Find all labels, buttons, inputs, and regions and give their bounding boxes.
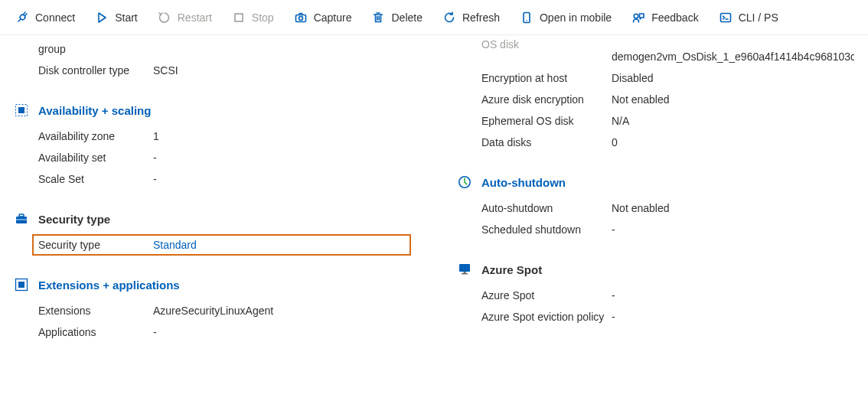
security-type-value-link[interactable]: Standard (153, 239, 405, 251)
svg-rect-15 (18, 282, 24, 288)
camera-icon (294, 11, 308, 24)
applications-label: Applications (38, 326, 153, 338)
os-disk-label-truncated: OS disk (481, 38, 612, 51)
section-header: Auto-shutdown (457, 174, 854, 190)
kv-row: demogen2vm_OsDisk_1_e960a4f1414b4c968103… (481, 51, 854, 67)
svg-rect-12 (19, 214, 24, 217)
svg-point-6 (526, 20, 527, 21)
section-auto-shutdown: Auto-shutdown Auto-shutdown Not enabled … (457, 174, 854, 240)
label: Stop (252, 10, 274, 25)
kv-row: Ephemeral OS disk N/A (481, 110, 854, 132)
plug-icon (15, 11, 29, 24)
cli-ps-button[interactable]: CLI / PS (711, 5, 786, 30)
section-azure-spot: Azure Spot Azure Spot - Azure Spot evict… (457, 262, 854, 328)
kv-row: Scheduled shutdown - (481, 219, 854, 240)
security-type-label: Security type (38, 239, 153, 251)
delete-button[interactable]: Delete (364, 5, 429, 30)
left-column: group Disk controller type SCSI Availabi… (14, 35, 434, 343)
data-disks-value: 0 (612, 136, 854, 148)
kv-row: Scale Set - (38, 168, 411, 190)
vm-properties-content: group Disk controller type SCSI Availabi… (0, 35, 868, 366)
briefcase-icon (14, 211, 29, 227)
scale-set-value: - (153, 173, 411, 185)
os-disk-value: demogen2vm_OsDisk_1_e960a4f1414b4c968103… (612, 51, 854, 63)
label: Refresh (462, 10, 500, 25)
kv-row: Availability zone 1 (38, 126, 411, 147)
refresh-button[interactable]: Refresh (435, 5, 507, 30)
section-header: Security type (14, 211, 411, 227)
kv-row: Encryption at host Disabled (481, 67, 854, 89)
extensions-value: AzureSecurityLinuxAgent (153, 305, 411, 317)
feedback-icon (631, 11, 645, 24)
scheduled-shutdown-label: Scheduled shutdown (481, 223, 612, 236)
kv-row: Azure disk encryption Not enabled (481, 89, 854, 110)
monitor-icon (457, 262, 472, 277)
svg-rect-10 (18, 107, 24, 113)
azure-spot-title: Azure Spot (481, 263, 542, 276)
ade-label: Azure disk encryption (481, 93, 612, 106)
trash-icon (371, 11, 385, 24)
section-availability-scaling: Availability + scaling Availability zone… (14, 103, 411, 190)
section-header: Extensions + applications (14, 277, 411, 292)
kv-row: Disk controller type SCSI (38, 60, 411, 81)
label: CLI / PS (739, 10, 778, 25)
applications-value: - (153, 326, 411, 338)
kv-row: Azure Spot - (481, 285, 854, 306)
availability-scaling-link[interactable]: Availability + scaling (38, 104, 151, 117)
connect-button[interactable]: Connect (8, 5, 83, 30)
open-in-mobile-button[interactable]: Open in mobile (512, 5, 619, 30)
svg-point-4 (299, 16, 302, 20)
kv-row-security-type-highlighted: Security type Standard (32, 234, 411, 256)
svg-rect-8 (720, 13, 730, 21)
azure-spot-eviction-label: Azure Spot eviction policy (481, 311, 612, 323)
azure-spot-eviction-value: - (612, 311, 854, 323)
command-bar: Connect Start Restart Stop Capture Delet… (0, 0, 868, 35)
svg-rect-17 (459, 264, 470, 272)
mobile-icon (520, 11, 534, 24)
svg-rect-19 (462, 273, 468, 275)
encryption-host-label: Encryption at host (481, 72, 612, 84)
right-column: OS disk demogen2vm_OsDisk_1_e960a4f1414b… (434, 35, 854, 343)
cli-icon (719, 11, 733, 24)
label: Feedback (651, 10, 698, 25)
label: Capture (314, 10, 352, 25)
section-security-type: Security type Security type Standard (14, 211, 411, 256)
auto-shutdown-link[interactable]: Auto-shutdown (481, 176, 566, 189)
security-type-title: Security type (38, 213, 110, 226)
kv-row: OS disk (481, 38, 854, 51)
ephemeral-label: Ephemeral OS disk (481, 115, 612, 127)
label: Restart (178, 10, 212, 25)
kv-row: Data disks 0 (481, 132, 854, 153)
scheduled-shutdown-value: - (612, 223, 854, 236)
kv-row: Auto-shutdown Not enabled (481, 197, 854, 219)
svg-rect-13 (16, 219, 27, 220)
feedback-button[interactable]: Feedback (624, 5, 706, 30)
extensions-icon (14, 277, 29, 292)
scale-set-label: Scale Set (38, 173, 153, 185)
extensions-applications-link[interactable]: Extensions + applications (38, 279, 180, 292)
label: Delete (391, 10, 422, 25)
section-header: Azure Spot (457, 262, 854, 277)
play-icon (95, 11, 109, 24)
restart-icon (158, 11, 171, 24)
kv-row: Availability set - (38, 147, 411, 168)
ade-value: Not enabled (612, 93, 854, 106)
label: Connect (35, 10, 75, 25)
availability-set-value: - (153, 152, 411, 164)
section-extensions: Extensions + applications Extensions Azu… (14, 277, 411, 343)
clock-icon (457, 174, 472, 190)
label: Start (115, 10, 138, 25)
label: Open in mobile (540, 10, 612, 25)
capture-button[interactable]: Capture (286, 5, 360, 30)
auto-shutdown-value: Not enabled (612, 202, 854, 214)
data-disks-label: Data disks (481, 136, 612, 148)
stop-button: Stop (224, 5, 282, 30)
availability-zone-label: Availability zone (38, 130, 153, 142)
availability-zone-value: 1 (153, 130, 411, 142)
refresh-icon (442, 11, 456, 24)
restart-button: Restart (150, 5, 220, 30)
resource-group-label-truncated: group (38, 43, 153, 55)
start-button[interactable]: Start (87, 5, 145, 30)
ephemeral-value: N/A (612, 115, 854, 127)
svg-rect-18 (464, 272, 466, 273)
